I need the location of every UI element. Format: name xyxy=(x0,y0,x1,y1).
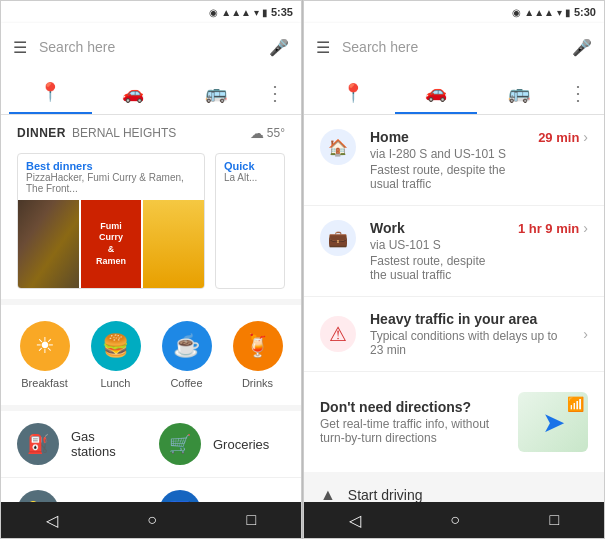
directions-list: 🏠 Home via I-280 S and US-101 S Fastest … xyxy=(304,115,604,502)
work-time: 1 hr 9 min xyxy=(518,221,579,236)
work-direction[interactable]: 💼 Work via US-101 S Fastest route, despi… xyxy=(304,206,604,297)
list-row-2: 💊 Pharmacies 🏧 ATMs xyxy=(1,478,301,502)
right-search-bar: ☰ Search here 🎤 xyxy=(304,23,604,71)
map-arrow-icon: ➤ xyxy=(542,406,565,439)
lunch-label: Lunch xyxy=(101,377,131,389)
right-recent-button[interactable]: □ xyxy=(550,511,560,529)
traffic-sub: Typical conditions with delays up to 23 … xyxy=(370,329,569,357)
right-battery-icon: ▮ xyxy=(565,7,571,18)
coffee-circle: ☕ xyxy=(162,321,212,371)
work-direction-info: Work via US-101 S Fastest route, despite… xyxy=(370,220,504,282)
traffic-chevron: › xyxy=(583,326,588,342)
right-phone-panel: ◉ ▲▲▲ ▾ ▮ 5:30 ☰ Search here 🎤 📍 🚗 🚌 ⋮ 🏠 xyxy=(303,0,605,539)
ramen-image: FumiCurry&Ramen xyxy=(81,200,142,288)
best-dinners-card[interactable]: Best dinners PizzaHacker, Fumi Curry & R… xyxy=(17,153,205,289)
right-main-content: 🏠 Home via I-280 S and US-101 S Fastest … xyxy=(304,115,604,502)
left-status-bar: ◉ ▲▲▲ ▾ ▮ 5:35 xyxy=(1,1,301,23)
right-signal-icon: ▲▲▲ xyxy=(524,7,554,18)
right-home-button[interactable]: ○ xyxy=(450,511,460,529)
traffic-icon: ⚠ xyxy=(320,316,356,352)
left-mic-icon[interactable]: 🎤 xyxy=(269,38,289,57)
breakfast-label: Breakfast xyxy=(21,377,67,389)
home-direction[interactable]: 🏠 Home via I-280 S and US-101 S Fastest … xyxy=(304,115,604,206)
right-tab-car[interactable]: 🚗 xyxy=(395,71,478,114)
right-location-icon: ◉ xyxy=(512,7,521,18)
start-driving-section[interactable]: ▲ Start driving xyxy=(304,472,604,502)
left-back-button[interactable]: ◁ xyxy=(46,511,58,530)
left-tab-car[interactable]: 🚗 xyxy=(92,71,175,114)
groceries-item[interactable]: 🛒 Groceries xyxy=(159,423,285,465)
home-via: via I-280 S and US-101 S xyxy=(370,147,524,161)
right-wifi-icon: ▾ xyxy=(557,7,562,18)
pharmacies-icon: 💊 xyxy=(17,490,59,502)
quick-title: Quick xyxy=(224,160,276,172)
traffic-title: Heavy traffic in your area xyxy=(370,311,569,327)
map-wifi-icon: 📶 xyxy=(567,396,584,412)
breakfast-circle: ☀ xyxy=(20,321,70,371)
left-recent-button[interactable]: □ xyxy=(247,511,257,529)
category-coffee[interactable]: ☕ Coffee xyxy=(162,321,212,389)
groceries-label: Groceries xyxy=(213,437,269,452)
dinner-subtitle: BERNAL HEIGHTS xyxy=(72,126,176,140)
quick-card[interactable]: Quick La Alt... xyxy=(215,153,285,289)
battery-icon: ▮ xyxy=(262,7,268,18)
left-tab-transit[interactable]: 🚌 xyxy=(174,71,257,114)
right-back-button[interactable]: ◁ xyxy=(349,511,361,530)
restaurant-image xyxy=(18,200,79,288)
home-route-info: Fastest route, despite the usual traffic xyxy=(370,163,524,191)
work-title: Work xyxy=(370,220,504,236)
right-tab-transit[interactable]: 🚌 xyxy=(477,71,560,114)
right-menu-icon[interactable]: ☰ xyxy=(316,38,330,57)
no-directions-section: Don't need directions? Get real-time tra… xyxy=(304,378,604,466)
list-section: ⛽ Gas stations 🛒 Groceries 💊 Pharmacies … xyxy=(1,411,301,502)
left-more-icon[interactable]: ⋮ xyxy=(257,81,293,105)
wifi-status-icon: ▾ xyxy=(254,7,259,18)
right-mic-icon[interactable]: 🎤 xyxy=(572,38,592,57)
home-title: Home xyxy=(370,129,524,145)
map-preview: 📶 ➤ xyxy=(518,392,588,452)
lunch-circle: 🍔 xyxy=(91,321,141,371)
right-more-icon[interactable]: ⋮ xyxy=(560,81,596,105)
gas-icon: ⛽ xyxy=(17,423,59,465)
card-title: Best dinners xyxy=(26,160,196,172)
atms-item[interactable]: 🏧 ATMs xyxy=(159,490,285,502)
dinner-cards: Best dinners PizzaHacker, Fumi Curry & R… xyxy=(1,147,301,299)
gas-item[interactable]: ⛽ Gas stations xyxy=(17,423,143,465)
left-nav-bar: ◁ ○ □ xyxy=(1,502,301,538)
left-tab-location[interactable]: 📍 xyxy=(9,71,92,114)
traffic-warning[interactable]: ⚠ Heavy traffic in your area Typical con… xyxy=(304,297,604,372)
home-time-row: 29 min › xyxy=(538,129,588,145)
cloud-icon: ☁ xyxy=(250,125,264,141)
traffic-info: Heavy traffic in your area Typical condi… xyxy=(370,311,569,357)
drive-triangle-icon: ▲ xyxy=(320,486,336,502)
left-status-icons: ◉ ▲▲▲ ▾ ▮ 5:35 xyxy=(209,6,293,18)
right-status-bar: ◉ ▲▲▲ ▾ ▮ 5:30 xyxy=(304,1,604,23)
work-time-row: 1 hr 9 min › xyxy=(518,220,588,236)
right-tab-location[interactable]: 📍 xyxy=(312,71,395,114)
right-car-tab-icon: 🚗 xyxy=(425,81,447,103)
signal-icon: ▲▲▲ xyxy=(221,7,251,18)
left-search-bar: ☰ Search here 🎤 xyxy=(1,23,301,71)
left-menu-icon[interactable]: ☰ xyxy=(13,38,27,57)
home-chevron: › xyxy=(583,129,588,145)
quick-place: La Alt... xyxy=(224,172,276,183)
left-main-content: DINNER BERNAL HEIGHTS ☁ 55° Best dinners… xyxy=(1,115,301,502)
right-nav-tabs: 📍 🚗 🚌 ⋮ xyxy=(304,71,604,115)
card-subtitle: PizzaHacker, Fumi Curry & Ramen, The Fro… xyxy=(26,172,196,194)
right-nav-bar: ◁ ○ □ xyxy=(304,502,604,538)
dinner-title: DINNER xyxy=(17,126,66,140)
ramen-label: FumiCurry&Ramen xyxy=(96,221,126,268)
list-row-1: ⛽ Gas stations 🛒 Groceries xyxy=(1,411,301,478)
right-time: 5:30 xyxy=(574,6,596,18)
location-tab-icon: 📍 xyxy=(39,81,61,103)
left-search-text[interactable]: Search here xyxy=(39,39,257,55)
category-lunch[interactable]: 🍔 Lunch xyxy=(91,321,141,389)
category-breakfast[interactable]: ☀ Breakfast xyxy=(20,321,70,389)
right-search-text[interactable]: Search here xyxy=(342,39,560,55)
no-dir-sub: Get real-time traffic info, without turn… xyxy=(320,417,504,445)
pharmacies-item[interactable]: 💊 Pharmacies xyxy=(17,490,143,502)
category-drinks[interactable]: 🍹 Drinks xyxy=(233,321,283,389)
no-dir-title: Don't need directions? xyxy=(320,399,504,415)
left-home-button[interactable]: ○ xyxy=(147,511,157,529)
no-dir-info: Don't need directions? Get real-time tra… xyxy=(320,399,504,445)
